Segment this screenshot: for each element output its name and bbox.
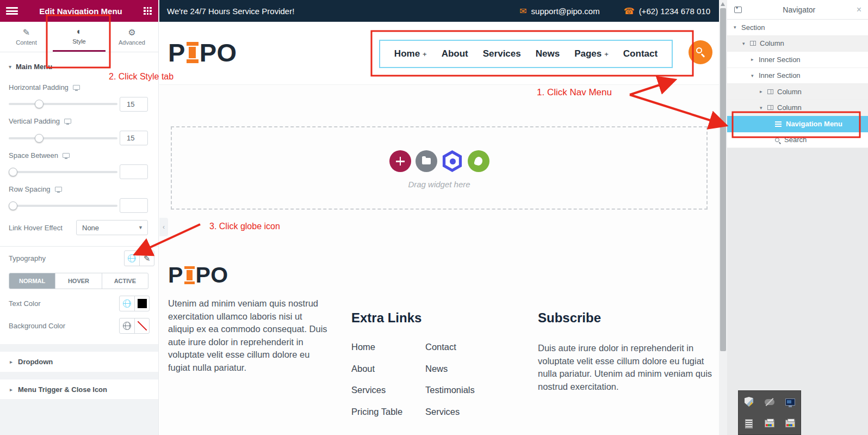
- search-icon: [775, 138, 779, 142]
- footer-link-services[interactable]: Services: [425, 401, 475, 423]
- topbar-message: We're 24/7 Hours Service Provider!: [167, 7, 294, 16]
- navigator-item-search[interactable]: Search: [727, 132, 868, 149]
- footer-about-text: Utenim ad minim veniam quis nostrud exer…: [168, 297, 330, 374]
- drag-hint-text: Drag widget here: [172, 180, 706, 189]
- space-between-slider[interactable]: [9, 168, 117, 176]
- search-button[interactable]: [689, 40, 712, 64]
- footer-link-news[interactable]: News: [425, 358, 475, 380]
- column-icon: [767, 89, 773, 94]
- scrollbar-thumb[interactable]: [720, 8, 726, 351]
- p-hexagon-logo-icon[interactable]: [442, 150, 463, 172]
- drag-widget-dropzone[interactable]: Drag widget here: [171, 126, 708, 210]
- vertical-padding-label: Vertical Padding: [9, 117, 71, 125]
- navigator-item-section[interactable]: ▾Section: [727, 20, 868, 36]
- topbar-phone[interactable]: ☎(+62) 1234 678 010: [624, 6, 710, 16]
- section-dropdown[interactable]: ▸ Dropdown: [0, 352, 158, 372]
- printer-icon[interactable]: [759, 413, 780, 434]
- footer-link-services[interactable]: Services: [351, 379, 402, 401]
- navigator-item-column[interactable]: ▾Column: [727, 100, 868, 117]
- dock-icon[interactable]: [734, 7, 742, 13]
- text-color-swatch[interactable]: [134, 296, 149, 311]
- tab-content[interactable]: ✎ Content: [0, 22, 53, 52]
- footer-link-about[interactable]: About: [351, 358, 402, 380]
- text-color-global-globe-icon[interactable]: [120, 296, 134, 311]
- caret-right-icon[interactable]: ▸: [751, 57, 759, 62]
- templates-folder-icon[interactable]: [416, 150, 437, 172]
- nav-item-contact[interactable]: Contact: [623, 48, 658, 59]
- background-color-swatch[interactable]: [134, 318, 149, 333]
- panel-tabs: ✎ Content ◐ Style ⚙ Advanced: [0, 22, 158, 52]
- slider-thumb[interactable]: [35, 134, 44, 143]
- nav-item-services[interactable]: Services: [483, 48, 521, 59]
- desktop-icon[interactable]: [73, 85, 80, 90]
- state-tab-normal[interactable]: NORMAL: [9, 273, 55, 289]
- background-color-global-globe-icon[interactable]: [120, 318, 134, 333]
- slider-thumb[interactable]: [35, 100, 44, 108]
- caret-down-icon[interactable]: ▾: [742, 41, 750, 46]
- widgets-grid-icon[interactable]: [144, 7, 152, 15]
- vertical-padding-slider[interactable]: [9, 134, 117, 143]
- tab-style[interactable]: ◐ Style: [53, 22, 106, 52]
- hamburger-menu-icon[interactable]: [6, 7, 18, 15]
- tab-advanced[interactable]: ⚙ Advanced: [106, 22, 158, 52]
- navigator-item-column[interactable]: ▸Column: [727, 84, 868, 100]
- typography-global-globe-icon[interactable]: [125, 251, 139, 266]
- navigator-item-navigation-menu[interactable]: Navigation Menu: [727, 116, 868, 132]
- dropdown-plus-icon: +: [604, 50, 609, 58]
- add-widget-icon[interactable]: [389, 150, 411, 172]
- navigator-item-column[interactable]: ▾Column: [727, 36, 868, 52]
- caret-right-icon[interactable]: ▸: [760, 89, 767, 94]
- navigator-item-inner-section[interactable]: ▸Inner Section: [727, 52, 868, 68]
- footer-link-contact[interactable]: Contact: [425, 336, 475, 358]
- slider-thumb[interactable]: [9, 168, 17, 176]
- nav-item-news[interactable]: News: [536, 48, 560, 59]
- slider-thumb[interactable]: [9, 201, 17, 210]
- close-icon[interactable]: ×: [857, 5, 861, 15]
- typography-controls: ✎: [124, 250, 154, 266]
- topbar-email[interactable]: ✉support@pipo.com: [519, 6, 600, 16]
- horizontal-padding-label: Horizontal Padding: [9, 83, 80, 91]
- scroll-up-arrow[interactable]: [721, 2, 725, 6]
- nav-item-home[interactable]: Home+: [394, 48, 427, 59]
- space-between-input[interactable]: [120, 164, 148, 179]
- footer-link-pricing-table[interactable]: Pricing Table: [351, 401, 402, 423]
- phone-icon: ☎: [624, 7, 635, 16]
- caret-down-icon[interactable]: ▾: [751, 73, 759, 78]
- state-tab-active[interactable]: ACTIVE: [102, 273, 148, 289]
- section-main-menu[interactable]: ▾ Main Menu: [0, 57, 158, 76]
- preview-canvas: We're 24/7 Hours Service Provider! ✉supp…: [159, 0, 719, 435]
- printer-icon[interactable]: [780, 413, 801, 434]
- row-spacing-slider[interactable]: [9, 201, 117, 210]
- caret-down-icon[interactable]: ▾: [760, 105, 767, 111]
- link-hover-effect-select[interactable]: None ▼: [76, 220, 148, 235]
- security-shield-icon[interactable]: [739, 391, 759, 413]
- footer-link-home[interactable]: Home: [351, 336, 402, 358]
- footer-logo[interactable]: P PO: [168, 264, 228, 286]
- site-logo[interactable]: P PO: [168, 40, 237, 65]
- muted-device-icon[interactable]: [759, 391, 780, 413]
- canvas-scrollbar[interactable]: [719, 0, 727, 435]
- row-spacing-input[interactable]: [120, 198, 148, 213]
- leaf-logo-icon[interactable]: [468, 150, 489, 172]
- horizontal-padding-input[interactable]: [120, 97, 148, 112]
- footer-link-testimonials[interactable]: Testimonials: [425, 379, 475, 401]
- caret-down-icon: ▾: [9, 64, 11, 70]
- desktop-icon[interactable]: [64, 119, 71, 124]
- state-tab-hover[interactable]: HOVER: [55, 273, 101, 289]
- navigator-item-inner-section[interactable]: ▾Inner Section: [727, 68, 868, 84]
- navigation-menu-widget[interactable]: Home+AboutServicesNewsPages+Contact: [379, 40, 673, 68]
- column-icon: [750, 41, 756, 46]
- caret-down-icon[interactable]: ▾: [734, 24, 741, 30]
- nav-item-pages[interactable]: Pages+: [574, 48, 609, 59]
- display-settings-icon[interactable]: [780, 391, 801, 413]
- section-menu-trigger[interactable]: ▸ Menu Trigger & Close Icon: [0, 379, 158, 399]
- desktop-icon[interactable]: [63, 153, 70, 158]
- nav-item-about[interactable]: About: [442, 48, 468, 59]
- search-icon: [696, 47, 702, 53]
- horizontal-padding-slider[interactable]: [9, 100, 117, 108]
- desktop-icon[interactable]: [55, 187, 62, 192]
- typography-edit-pencil-icon[interactable]: ✎: [139, 251, 154, 266]
- document-icon[interactable]: [739, 413, 759, 434]
- panel-collapse-handle[interactable]: ‹: [159, 218, 168, 236]
- vertical-padding-input[interactable]: [120, 131, 148, 145]
